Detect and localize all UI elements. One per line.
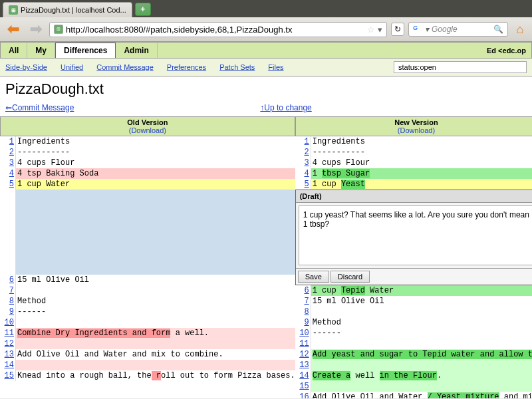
comment-textarea[interactable]: 1 cup yeast? That seems like a lot. Are … (299, 205, 532, 265)
line-number[interactable]: 2 (295, 147, 311, 158)
search-box[interactable]: G ▾ Google 🔍 (408, 22, 508, 37)
link-commit-message[interactable]: Commit Message (96, 63, 154, 71)
reload-button[interactable]: ↻ (391, 23, 404, 36)
line-number[interactable]: 13 (295, 360, 311, 370)
up-to-change-link[interactable]: ↑Up to change (260, 103, 311, 112)
link-preferences[interactable]: Preferences (167, 63, 206, 71)
line-number[interactable]: 7 (295, 296, 311, 307)
diff-line[interactable]: 16Add Olive Oil and Water / Yeast mixtur… (295, 392, 532, 398)
diff-line[interactable]: 12Add yeast and sugar to Tepid water and… (295, 349, 532, 360)
diff-line[interactable]: 615 ml Olive Oil (0, 275, 295, 285)
line-number[interactable]: 2 (0, 147, 16, 158)
diff-line[interactable]: 12 (0, 338, 295, 349)
line-number[interactable]: 12 (0, 338, 16, 349)
link-unified[interactable]: Unified (61, 63, 83, 71)
menu-my[interactable]: My (27, 43, 55, 58)
line-number[interactable]: 3 (0, 158, 16, 168)
line-number[interactable]: 9 (295, 317, 311, 328)
menu-all[interactable]: All (1, 43, 27, 58)
line-number[interactable]: 4 (295, 168, 311, 179)
link-files[interactable]: Files (268, 63, 283, 71)
diff-line[interactable]: 1Ingredients (0, 136, 295, 147)
diff-line[interactable]: 34 cups Flour (0, 158, 295, 168)
diff-line[interactable]: 34 cups Flour (295, 158, 532, 168)
diff-line[interactable]: 10 (0, 317, 295, 328)
line-number[interactable]: 15 (0, 370, 16, 381)
diff-line[interactable]: 1Ingredients (295, 136, 532, 147)
line-number[interactable]: 5 (295, 179, 311, 190)
link-patch-sets[interactable]: Patch Sets (219, 63, 255, 71)
diff-line[interactable]: 7 (0, 285, 295, 296)
diff-line[interactable]: 11Combine Dry Ingredients and form a wel… (0, 328, 295, 338)
diff-line[interactable]: 715 ml Olive Oil (295, 296, 532, 307)
line-number[interactable]: 1 (295, 136, 311, 147)
new-version-pane: New Version (Download) 1Ingredients2----… (295, 116, 532, 398)
line-number[interactable]: 12 (295, 349, 311, 360)
user-label[interactable]: Ed <edc.op (481, 44, 531, 57)
line-number[interactable]: 11 (0, 328, 16, 338)
menu-differences[interactable]: Differences (55, 43, 116, 58)
diff-line[interactable]: 2----------- (0, 147, 295, 158)
line-number[interactable]: 6 (0, 275, 16, 285)
diff-line[interactable]: 61 cup Tepid Water (295, 285, 532, 296)
diff-line[interactable]: 15 (295, 381, 532, 392)
link-sidebyside[interactable]: Side-by-Side (5, 63, 47, 71)
diff-line[interactable]: 10------ (295, 328, 532, 338)
diff-line[interactable]: 14Create a well in the Flour. (295, 370, 532, 381)
diff-line[interactable]: 8Method (0, 296, 295, 307)
line-number[interactable]: 16 (295, 392, 311, 398)
diff-line[interactable]: 51 cup Yeast (295, 179, 532, 190)
diff-line[interactable]: 11 (295, 338, 532, 349)
diff-line[interactable]: 51 cup Water (0, 179, 295, 190)
line-number[interactable]: 4 (0, 168, 16, 179)
line-number[interactable]: 6 (295, 285, 311, 296)
dropdown-icon[interactable]: ▾ (378, 25, 382, 35)
status-input[interactable] (394, 61, 527, 73)
browser-tab[interactable]: ⊞ PizzaDough.txt | localhost Cod... (3, 2, 132, 17)
back-button[interactable]: ⬅ (4, 20, 23, 39)
diff-line[interactable]: 41 tbsp Sugar (295, 168, 532, 179)
line-number[interactable]: 7 (0, 285, 16, 296)
line-number[interactable]: 14 (0, 360, 16, 370)
line-number[interactable]: 13 (0, 349, 16, 360)
new-tab-button[interactable]: + (135, 3, 151, 16)
discard-button[interactable]: Discard (331, 271, 370, 283)
new-download-link[interactable]: (Download) (398, 126, 435, 134)
diff-line[interactable]: 9Method (295, 317, 532, 328)
line-number[interactable]: 15 (295, 381, 311, 392)
diff-line[interactable]: 9------ (0, 307, 295, 317)
line-number[interactable]: 8 (0, 296, 16, 307)
prev-file-link[interactable]: ⇐Commit Message (5, 103, 74, 112)
line-content: 4 tsp Baking Soda (16, 168, 295, 179)
diff-line[interactable]: 13 (295, 360, 532, 370)
save-button[interactable]: Save (298, 271, 329, 283)
line-number[interactable]: 1 (0, 136, 16, 147)
home-button[interactable]: ⌂ (512, 21, 528, 37)
line-number[interactable]: 9 (0, 307, 16, 317)
line-number[interactable]: 10 (0, 317, 16, 328)
line-number[interactable]: 5 (0, 179, 16, 190)
google-icon: G (413, 25, 422, 34)
diff-line[interactable]: 15Knead into a rough ball, the roll out … (0, 370, 295, 381)
line-number[interactable]: 3 (295, 158, 311, 168)
diff-line[interactable]: 44 tsp Baking Soda (0, 168, 295, 179)
diff-line[interactable] (0, 190, 295, 275)
line-content: 1 cup Yeast (311, 179, 532, 190)
diff-line[interactable]: 2----------- (295, 147, 532, 158)
menu-admin[interactable]: Admin (116, 43, 157, 58)
url-bar[interactable]: ⊞ http://localhost:8080/#patch,sidebysid… (49, 22, 387, 37)
line-number[interactable]: 8 (295, 307, 311, 317)
diff-line[interactable]: 8 (295, 307, 532, 317)
bookmark-icon[interactable]: ☆ (367, 25, 375, 35)
line-content: Add yeast and sugar to Tepid water and a… (311, 349, 532, 360)
line-number[interactable]: 14 (295, 370, 311, 381)
old-version-pane: ▶ Old Version (Download) 1Ingredients2--… (0, 116, 295, 398)
line-number[interactable]: 11 (295, 338, 311, 349)
old-download-link[interactable]: (Download) (129, 126, 166, 134)
search-icon[interactable]: 🔍 (493, 25, 503, 34)
line-number[interactable]: 10 (295, 328, 311, 338)
line-number[interactable] (0, 190, 16, 275)
diff-line[interactable]: 13Add Olive Oil and Water and mix to com… (0, 349, 295, 360)
new-header: New Version (Download) (295, 116, 532, 136)
diff-line[interactable]: 14 (0, 360, 295, 370)
